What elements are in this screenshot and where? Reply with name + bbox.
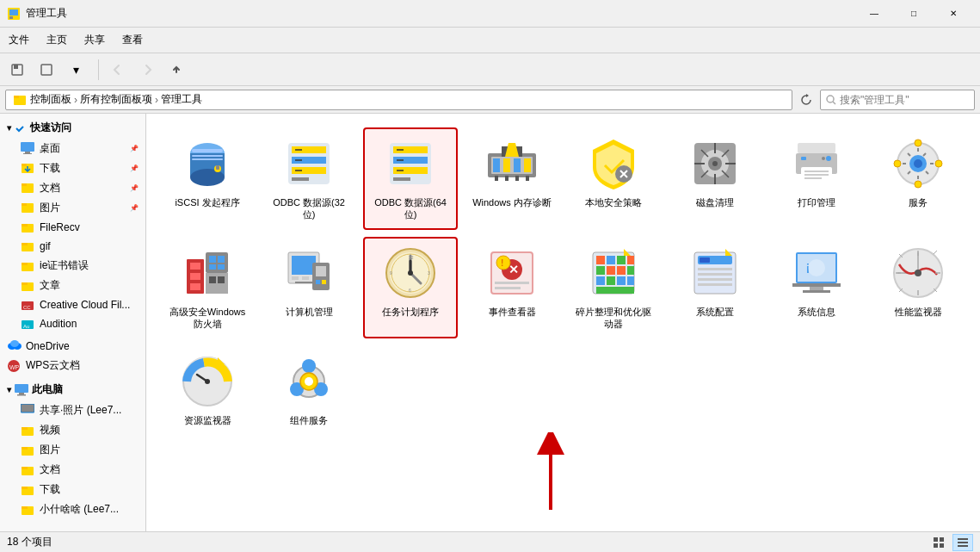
svg-rect-163	[803, 290, 830, 293]
close-button[interactable]: ✕	[934, 0, 973, 28]
svg-rect-181	[934, 543, 938, 548]
icon-item-compmgmt[interactable]: 计算机管理	[262, 237, 356, 339]
sidebar-item-wps[interactable]: WPS WPS云文档	[0, 356, 145, 375]
path-segment-1: 控制面板	[30, 92, 71, 107]
thispc-header[interactable]: ▾ 此电脑	[0, 379, 145, 400]
icon-img-perfmon	[891, 245, 946, 301]
svg-rect-145	[617, 266, 626, 275]
svg-text:CC: CC	[23, 305, 31, 310]
icons-grid: iSCSI 发起程序 ODBC 数据源(32位) ODBC 数据源(64位)	[160, 127, 966, 435]
svg-text:6: 6	[409, 288, 411, 293]
svg-rect-48	[22, 487, 28, 489]
svg-point-97	[914, 159, 922, 168]
icon-item-sysinfo[interactable]: i 系统信息	[769, 237, 864, 339]
svg-rect-75	[495, 176, 498, 181]
icon-item-resmon[interactable]: 资源监视器	[160, 345, 255, 435]
icon-item-iscsi[interactable]: iSCSI 发起程序	[160, 127, 255, 230]
icon-label-odbc64: ODBC 数据源(64位)	[368, 196, 453, 221]
sidebar-item-docs2[interactable]: 文档	[0, 460, 145, 480]
sidebar-item-desktop[interactable]: 桌面 📌	[0, 139, 145, 158]
svg-rect-36	[15, 384, 28, 393]
address-path[interactable]: 控制面板 › 所有控制面板项 › 管理工具	[5, 90, 792, 110]
svg-rect-161	[792, 283, 841, 287]
forward-button[interactable]	[133, 58, 161, 82]
icon-item-eventvwr[interactable]: ✕ ! 事件查看器	[465, 237, 559, 339]
svg-rect-137	[495, 287, 521, 289]
icon-item-diskclean[interactable]: 磁盘清理	[668, 127, 762, 230]
content-area: iSCSI 发起程序 ODBC 数据源(32位) ODBC 数据源(64位)	[146, 114, 980, 531]
sidebar-item-videos[interactable]: 视频	[0, 420, 145, 440]
search-box[interactable]	[820, 90, 975, 110]
up-button[interactable]	[163, 58, 190, 82]
sidebar-item-share[interactable]: 共享·照片 (Lee7...	[0, 400, 145, 420]
sidebar-item-audition[interactable]: Au Audition	[0, 314, 145, 333]
titlebar: 管理工具 — □ ✕	[0, 0, 980, 28]
icon-item-services[interactable]: 服务	[871, 127, 965, 230]
quick-dropdown-button[interactable]: ▾	[62, 58, 89, 82]
sidebar-label-cc: Creative Cloud Fil...	[40, 299, 139, 311]
icon-item-localsec[interactable]: 本地安全策略	[566, 127, 661, 230]
quick-undo-button[interactable]	[33, 58, 60, 82]
sidebar-item-pictures[interactable]: 图片 📌	[0, 198, 145, 218]
icon-label-compservices: 组件服务	[290, 414, 328, 426]
svg-rect-46	[22, 467, 28, 469]
icon-item-printmgmt[interactable]: 打印管理	[769, 127, 864, 230]
toolbar: ▾	[0, 53, 980, 86]
menu-share[interactable]: 共享	[76, 28, 114, 53]
svg-point-99	[915, 181, 921, 188]
sidebar-item-cc[interactable]: CC Creative Cloud Fil...	[0, 295, 145, 314]
svg-rect-140	[607, 256, 615, 264]
menu-home[interactable]: 主页	[38, 28, 76, 53]
quickaccess-header[interactable]: ▾ 快速访问	[0, 117, 145, 139]
icon-item-msconfig[interactable]: 系统配置	[668, 237, 762, 339]
sidebar-item-filerecv[interactable]: FileRecv	[0, 218, 145, 237]
sidebar-label-pictures: 图片	[40, 201, 130, 215]
search-input[interactable]	[840, 94, 969, 106]
sidebar-item-downloads[interactable]: 下载 📌	[0, 158, 145, 178]
svg-rect-4	[14, 65, 18, 69]
quick-save-button[interactable]	[3, 58, 31, 82]
large-icons-view-button[interactable]	[928, 534, 949, 551]
svg-point-100	[894, 160, 901, 167]
icon-item-compservices[interactable]: 组件服务	[262, 345, 356, 435]
statusbar: 18 个项目	[0, 531, 980, 552]
icon-item-advfirewall[interactable]: 高级安全Windows 防火墙	[160, 237, 255, 339]
maximize-button[interactable]: □	[894, 0, 934, 28]
svg-point-93	[826, 156, 831, 161]
sidebar-item-articles[interactable]: 文章	[0, 276, 145, 295]
icon-item-taskschd[interactable]: 12 3 6 9 任务计划程序	[363, 237, 458, 339]
menu-view[interactable]: 查看	[114, 28, 151, 53]
addressbar: 控制面板 › 所有控制面板项 › 管理工具	[0, 86, 980, 114]
expand-icon-pc: ▾	[7, 385, 11, 394]
icon-item-perfmon[interactable]: 性能监视器	[871, 237, 965, 339]
icon-item-odbc32[interactable]: ODBC 数据源(32位)	[262, 127, 356, 230]
downloads-icon	[21, 162, 34, 176]
icon-item-odbc64[interactable]: ODBC 数据源(64位)	[363, 127, 458, 230]
sidebar-item-documents[interactable]: 文档 📌	[0, 178, 145, 198]
sidebar-item-ie[interactable]: ie证书错误	[0, 256, 145, 276]
icon-item-winmemdiag[interactable]: Windows 内存诊断	[465, 127, 559, 230]
svg-rect-44	[22, 447, 28, 450]
refresh-button[interactable]	[796, 90, 817, 110]
svg-rect-179	[934, 537, 938, 542]
svg-rect-103	[190, 263, 200, 270]
sidebar-label-documents: 文档	[40, 181, 130, 195]
sidebar: ▾ 快速访问 桌面 📌 下载 📌	[0, 114, 146, 531]
downloads2-icon	[21, 483, 34, 497]
minimize-button[interactable]: —	[854, 0, 894, 28]
sidebar-item-onedrive[interactable]: OneDrive	[0, 337, 145, 356]
sidebar-item-downloads2[interactable]: 下载	[0, 480, 145, 499]
sidebar-item-gif[interactable]: gif	[0, 237, 145, 256]
sidebar-item-folder2[interactable]: 小什啥啥 (Lee7...	[0, 499, 145, 519]
icon-img-eventvwr: ✕ !	[484, 245, 539, 301]
svg-point-165	[808, 259, 825, 276]
list-view-button[interactable]	[952, 534, 973, 551]
svg-rect-16	[22, 183, 27, 186]
sidebar-item-images2[interactable]: 图片	[0, 440, 145, 460]
icon-label-localsec: 本地安全策略	[585, 196, 642, 208]
sidebar-label-wps: WPS云文档	[26, 358, 139, 373]
icon-item-defrag[interactable]: 碎片整理和优化驱动器	[566, 237, 661, 339]
svg-rect-157	[698, 278, 732, 281]
menu-file[interactable]: 文件	[0, 28, 38, 53]
back-button[interactable]	[104, 58, 132, 82]
